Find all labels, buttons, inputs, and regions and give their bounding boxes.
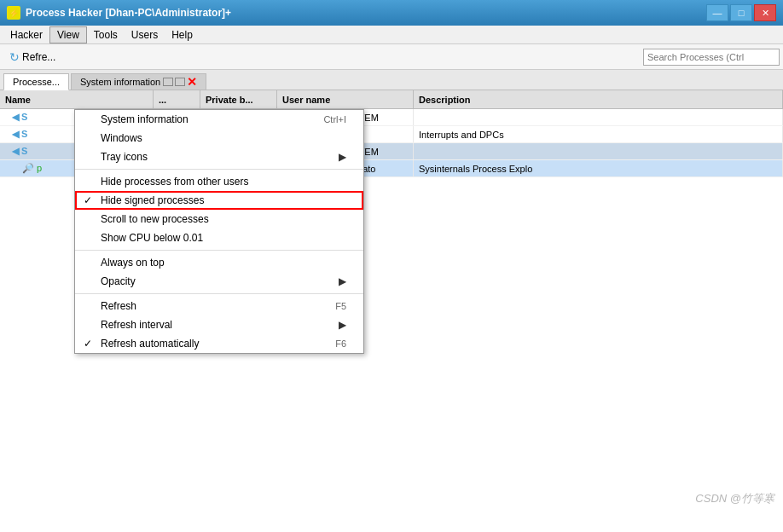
menu-item-shortcut: F6 <box>335 338 346 349</box>
menu-item-label: Always on top <box>101 257 165 269</box>
menu-item-refresh[interactable]: Refresh F5 <box>75 297 363 315</box>
menu-users[interactable]: Users <box>125 27 165 43</box>
tab-processes[interactable]: Processe... <box>3 73 69 90</box>
menu-item-label: Refresh <box>101 300 136 312</box>
sysinfo-tab-controls: System information ✕ <box>80 77 197 87</box>
col-header-name: Name <box>0 90 154 108</box>
menu-item-label: Hide signed processes <box>101 194 204 206</box>
menu-item-label: Opacity <box>101 275 136 287</box>
menu-item-label: Show CPU below 0.01 <box>101 232 203 244</box>
menu-view[interactable]: View <box>49 26 87 43</box>
menu-item-show-cpu[interactable]: Show CPU below 0.01 <box>75 228 363 247</box>
checkmark-icon: ✓ <box>84 194 92 206</box>
cell-desc <box>414 109 783 125</box>
menu-item-label: Refresh automatically <box>101 338 199 350</box>
close-button[interactable]: ✕ <box>754 4 776 21</box>
window-title: Process Hacker [Dhan-PC\Administrator]+ <box>26 7 706 19</box>
menu-item-opacity[interactable]: Opacity ▶ <box>75 272 363 291</box>
menu-bar: Hacker View Tools Users Help <box>0 26 783 44</box>
col-header-private: Private b... <box>200 90 277 108</box>
search-input[interactable] <box>643 49 780 66</box>
menu-item-refresh-interval[interactable]: Refresh interval ▶ <box>75 315 363 334</box>
col-header-pid: ... <box>154 90 200 108</box>
menu-separator <box>75 250 363 251</box>
cell-desc: Interrupts and DPCs <box>414 126 783 142</box>
list-header: Name ... Private b... User name Descript… <box>0 90 783 109</box>
menu-item-label: Refresh interval <box>101 319 172 331</box>
menu-item-label: Tray icons <box>101 151 148 163</box>
minimize-button[interactable]: — <box>706 4 728 21</box>
refresh-icon: ↻ <box>9 50 20 64</box>
menu-item-shortcut: F5 <box>335 301 346 311</box>
menu-item-refresh-auto[interactable]: ✓ Refresh automatically F6 <box>75 334 363 353</box>
tab-sysinfo[interactable]: System information ✕ <box>71 73 206 90</box>
menu-item-label: System information <box>101 113 188 125</box>
refresh-label: Refre... <box>22 51 55 63</box>
app-icon: ⚡ <box>7 6 20 20</box>
menu-hacker[interactable]: Hacker <box>3 27 49 43</box>
menu-tools[interactable]: Tools <box>87 27 125 43</box>
menu-help[interactable]: Help <box>165 27 200 43</box>
menu-item-hide-other-users[interactable]: Hide processes from other users <box>75 172 363 191</box>
submenu-arrow-icon: ▶ <box>339 319 346 331</box>
submenu-arrow-icon: ▶ <box>339 151 346 163</box>
menu-item-system-information[interactable]: System information Ctrl+I <box>75 110 363 129</box>
menu-item-windows[interactable]: Windows <box>75 129 363 147</box>
main-area: Name ... Private b... User name Descript… <box>0 90 783 532</box>
col-header-description: Description <box>414 90 783 108</box>
submenu-arrow-icon: ▶ <box>339 275 346 287</box>
menu-item-label: Scroll to new processes <box>101 213 209 225</box>
tab-bar: Processe... System information ✕ <box>0 70 783 90</box>
menu-item-always-on-top[interactable]: Always on top <box>75 253 363 272</box>
cell-desc: Sysinternals Process Explo <box>414 160 783 176</box>
menu-item-hide-signed[interactable]: ✓ Hide signed processes <box>75 191 363 210</box>
checkmark-icon: ✓ <box>84 338 92 350</box>
menu-separator <box>75 293 363 294</box>
view-menu-dropdown: System information Ctrl+I Windows Tray i… <box>74 109 364 354</box>
menu-item-label: Windows <box>101 132 142 144</box>
menu-item-scroll-to-new[interactable]: Scroll to new processes <box>75 210 363 228</box>
col-header-username: User name <box>277 90 414 108</box>
maximize-button[interactable]: □ <box>730 4 752 21</box>
refresh-button[interactable]: ↻ Refre... <box>3 48 61 66</box>
menu-item-label: Hide processes from other users <box>101 176 248 188</box>
search-area <box>643 49 780 66</box>
toolbar: ↻ Refre... <box>0 44 783 70</box>
menu-item-shortcut: Ctrl+I <box>323 114 346 124</box>
title-bar: ⚡ Process Hacker [Dhan-PC\Administrator]… <box>0 0 783 26</box>
watermark: CSDN @竹等寒 <box>695 491 774 506</box>
cell-desc <box>414 143 783 159</box>
window-controls: — □ ✕ <box>706 4 776 21</box>
menu-separator <box>75 169 363 170</box>
menu-item-tray-icons[interactable]: Tray icons ▶ <box>75 147 363 166</box>
